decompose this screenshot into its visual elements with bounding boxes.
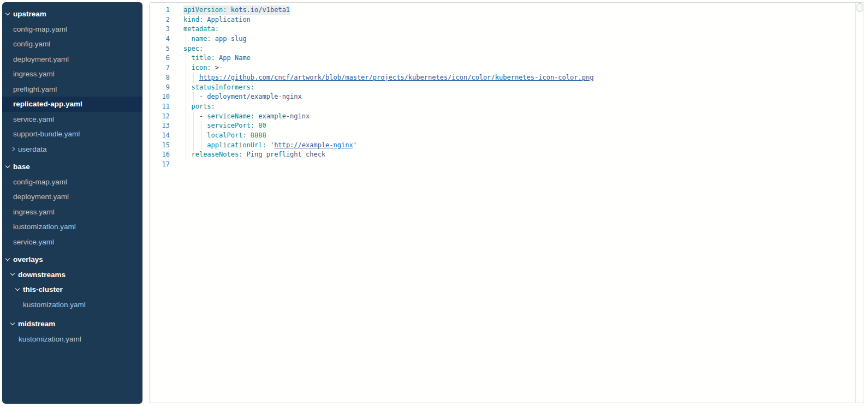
code-line[interactable]: 13 servicePort: 80: [150, 121, 855, 131]
line-number: 17: [150, 160, 170, 170]
line-number: 16: [150, 150, 170, 160]
chevron-down-icon: [5, 256, 10, 261]
code-token-val: example-nginx: [258, 112, 310, 120]
line-number: 6: [150, 53, 170, 63]
code-token-sp: [183, 54, 191, 62]
chevron-down-icon: [10, 321, 15, 325]
tree-item-downstreams[interactable]: downstreams: [2, 267, 142, 283]
tree-item-kustomization-yaml[interactable]: kustomization.yaml: [2, 219, 142, 235]
code-line[interactable]: 4 name: app-slug: [150, 34, 855, 44]
editor-scrollbar[interactable]: [855, 3, 864, 403]
tree-item-label: overlays: [13, 255, 43, 264]
code-token-sp: [183, 112, 199, 120]
tree-item-ingress-yaml[interactable]: ingress.yaml: [2, 205, 142, 220]
tree-item-service-yaml[interactable]: service.yaml: [2, 112, 142, 127]
chevron-down-icon: [5, 11, 10, 15]
line-number: 14: [150, 131, 170, 141]
code-token-op: >-: [215, 64, 223, 71]
tree-item-preflight-yaml[interactable]: preflight.yaml: [2, 82, 142, 97]
code-token-sp: [183, 93, 199, 100]
tree-item-userdata[interactable]: userdata: [2, 142, 142, 157]
tree-item-midstream[interactable]: midstream: [2, 316, 142, 332]
code-token-sp: [247, 131, 251, 139]
code-token-sp: [183, 131, 207, 139]
code-token-sp: [215, 54, 219, 62]
code-line[interactable]: 8 https://github.com/cncf/artwork/blob/m…: [150, 73, 855, 83]
line-number: 15: [150, 141, 170, 151]
code-text: icon: >-: [183, 63, 223, 73]
code-link[interactable]: https://github.com/cncf/artwork/blob/mas…: [199, 74, 593, 81]
scrollbar-thumb[interactable]: [857, 3, 863, 12]
chevron-down-icon: [15, 286, 20, 291]
tree-item-upstream[interactable]: upstream: [2, 7, 142, 22]
tree-item-overlays[interactable]: overlays: [2, 252, 142, 267]
code-line[interactable]: 5spec:: [150, 44, 855, 54]
tree-item-deployment-yaml[interactable]: deployment.yaml: [2, 52, 142, 67]
code-text: apiVersion: kots.io/v1beta1: [183, 5, 290, 15]
line-number: 13: [150, 121, 170, 131]
tree-item-label: deployment.yaml: [13, 55, 69, 63]
code-link[interactable]: http://example-nginx: [274, 141, 353, 149]
code-token-val: Application: [207, 16, 250, 23]
tree-item-label: deployment.yaml: [13, 193, 69, 201]
tree-item-ingress-yaml[interactable]: ingress.yaml: [2, 67, 142, 82]
tree-item-label: replicated-app.yaml: [13, 100, 82, 108]
code-token-val: deployment/example-nginx: [207, 93, 301, 100]
tree-item-config-yaml[interactable]: config.yaml: [2, 37, 142, 52]
line-number: 3: [150, 25, 170, 34]
code-line[interactable]: 6 title: App Name: [150, 53, 855, 63]
tree-item-replicated-app-yaml[interactable]: replicated-app.yaml: [2, 97, 142, 112]
code-line[interactable]: 15 applicationUrl: 'http://example-nginx…: [150, 141, 855, 151]
yaml-editor[interactable]: 1apiVersion: kots.io/v1beta12kind: Appli…: [149, 2, 864, 403]
code-line[interactable]: 16 releaseNotes: Ping preflight check: [150, 150, 855, 160]
tree-item-label: base: [13, 163, 30, 171]
code-line[interactable]: 11 ports:: [150, 102, 855, 112]
line-number: 11: [150, 102, 170, 112]
tree-item-this-cluster[interactable]: this-cluster: [2, 282, 142, 297]
code-line[interactable]: 9 statusInformers:: [150, 83, 855, 93]
tree-item-label: downstreams: [18, 271, 66, 279]
code-token-val: App Name: [219, 54, 251, 62]
code-lines: 1apiVersion: kots.io/v1beta12kind: Appli…: [150, 5, 855, 403]
code-token-sp: [183, 122, 207, 129]
code-line[interactable]: 3metadata:: [150, 25, 855, 34]
code-line[interactable]: 1apiVersion: kots.io/v1beta1: [150, 5, 855, 15]
code-text: metadata:: [183, 25, 219, 34]
code-token-key: apiVersion:: [183, 6, 227, 14]
tree-item-config-map-yaml[interactable]: config-map.yaml: [2, 175, 142, 190]
code-token-sp: [227, 6, 230, 14]
code-token-sp: [183, 151, 191, 158]
tree-item-support-bundle-yaml[interactable]: support-bundle.yaml: [2, 127, 142, 142]
tree-item-config-map-yaml[interactable]: config-map.yaml: [2, 22, 142, 37]
code-line[interactable]: 10 - deployment/example-nginx: [150, 92, 855, 102]
code-line[interactable]: 12 - serviceName: example-nginx: [150, 112, 855, 122]
tree-item-label: config.yaml: [13, 40, 50, 48]
code-token-key: spec:: [183, 45, 203, 52]
code-text: servicePort: 80: [183, 121, 266, 131]
tree-item-kustomization-yaml[interactable]: kustomization.yaml: [2, 297, 142, 313]
tree-item-deployment-yaml[interactable]: deployment.yaml: [2, 189, 142, 205]
file-tree: upstreamconfig-map.yamlconfig.yamldeploy…: [2, 2, 142, 404]
code-text: ports:: [183, 102, 215, 112]
code-token-sp: [183, 83, 191, 91]
code-token-sp: [183, 103, 191, 110]
code-token-num: 8888: [251, 131, 266, 139]
code-line[interactable]: 7 icon: >-: [150, 63, 855, 73]
tree-item-label: ingress.yaml: [13, 70, 55, 78]
tree-item-service-yaml[interactable]: service.yaml: [2, 235, 142, 250]
code-token-sp: [183, 74, 199, 81]
tree-item-label: midstream: [18, 320, 55, 328]
code-token-key: statusInformers:: [191, 83, 254, 91]
code-text: releaseNotes: Ping preflight check: [183, 150, 325, 160]
tree-item-kustomization-yaml[interactable]: kustomization.yaml: [2, 332, 142, 347]
code-token-key: servicePort:: [207, 122, 254, 129]
code-text: - deployment/example-nginx: [183, 92, 302, 102]
code-token-sp: [183, 64, 191, 71]
code-line[interactable]: 14 localPort: 8888: [150, 131, 855, 141]
code-token-val: Ping preflight check: [247, 151, 326, 158]
code-line[interactable]: 17: [150, 160, 855, 170]
code-token-sp: [183, 141, 207, 149]
code-line[interactable]: 2kind: Application: [150, 15, 855, 25]
tree-item-base[interactable]: base: [2, 159, 142, 175]
code-token-dash: -: [199, 93, 207, 100]
